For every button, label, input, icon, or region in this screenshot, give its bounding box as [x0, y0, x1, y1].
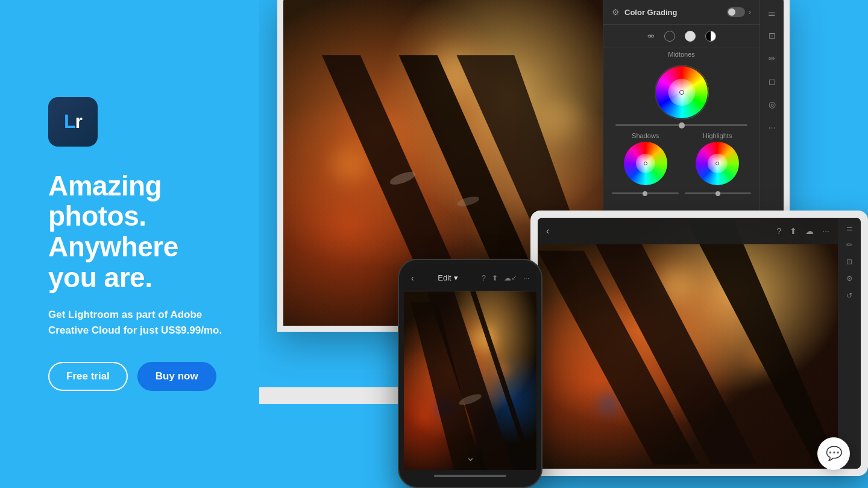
circle-icon-3 [705, 31, 716, 42]
tablet-bar-icon-3[interactable]: ⊡ [846, 258, 852, 266]
toolbar-eye-icon[interactable]: ◎ [766, 98, 779, 111]
phone-more-icon[interactable]: ··· [523, 274, 529, 282]
highlights-slider[interactable] [685, 192, 752, 194]
svg-point-1 [456, 195, 480, 208]
buy-now-button[interactable]: Buy now [137, 362, 216, 391]
toggle-chevron: › [749, 8, 751, 16]
tablet-back-button[interactable]: ‹ [546, 226, 549, 236]
phone-help-icon[interactable]: ? [482, 274, 486, 282]
toolbar-heal-icon[interactable]: ✏ [766, 52, 779, 65]
tablet-photo [538, 218, 838, 469]
tablet-share-icon[interactable]: ⬆ [790, 226, 797, 236]
linked-icon: ⚮ [647, 31, 655, 41]
midtones-slider-row [603, 122, 760, 128]
phone-photo: ⌄ [404, 291, 536, 470]
tablet-top-icons: ? ⬆ ☁ ··· [777, 226, 829, 236]
panel-title: Color Grading [624, 8, 677, 17]
panel-header: ⚙ Color Grading › [603, 0, 760, 25]
tablet-top-bar: ‹ ? ⬆ ☁ ··· [538, 218, 838, 244]
app-logo: Lr [48, 97, 98, 147]
shadows-highlights-labels: Shadows Highlights [603, 128, 760, 139]
midtones-wheel-container [603, 60, 760, 122]
home-indicator [434, 475, 506, 477]
tablet-cloud-icon[interactable]: ☁ [805, 226, 814, 236]
phone-device: ‹ Edit ▾ ? ⬆ ☁✓ ··· [398, 259, 542, 488]
main-headline: Amazing photos. Anywhere you are. [48, 171, 229, 293]
tablet-bar-icon-1[interactable]: ⚌ [846, 224, 853, 232]
chat-button[interactable]: 💬 [817, 437, 850, 470]
svg-point-0 [388, 170, 417, 188]
tablet-help-icon[interactable]: ? [777, 226, 782, 236]
highlights-dot [715, 162, 719, 165]
highlights-label: Highlights [693, 132, 741, 139]
phone-back-button[interactable]: ‹ [411, 273, 414, 283]
panel-icon: ⚙ [612, 7, 620, 17]
free-trial-button[interactable]: Free trial [48, 362, 128, 391]
panel-toggle[interactable]: › [727, 7, 751, 17]
highlights-wheel-wrapper [696, 142, 739, 185]
phone-bottom-bar [404, 470, 536, 482]
phone-screen: ‹ Edit ▾ ? ⬆ ☁✓ ··· [404, 265, 536, 482]
phone-top-icons: ? ⬆ ☁✓ ··· [482, 274, 529, 282]
tablet-bar-icon-4[interactable]: ⚙ [846, 274, 853, 283]
logo-text: Lr [64, 110, 82, 133]
color-wheel-dot [679, 90, 684, 95]
tablet-main: ‹ ? ⬆ ☁ ··· [538, 218, 838, 469]
toolbar-adjust-icon[interactable]: ⚌ [766, 6, 779, 19]
shadows-dot [644, 162, 647, 165]
midtones-wheel [655, 65, 709, 119]
phone-frame: ‹ Edit ▾ ? ⬆ ☁✓ ··· [398, 259, 542, 488]
tablet-device: ‹ ? ⬆ ☁ ··· ⚌ ✏ ⊡ ⚙ ↺ [530, 211, 868, 476]
tablet-more-icon[interactable]: ··· [822, 226, 829, 236]
sub-headline: Get Lightroom as part of Adobe Creative … [48, 307, 229, 338]
toggle-switch[interactable] [727, 7, 745, 17]
tablet-screen: ‹ ? ⬆ ☁ ··· ⚌ ✏ ⊡ ⚙ ↺ [538, 218, 861, 469]
phone-share-icon[interactable]: ⬆ [492, 274, 498, 282]
circle-icon-2 [685, 31, 696, 42]
toolbar-crop-icon[interactable]: ⊡ [766, 29, 779, 42]
shadows-wheel-wrapper [624, 142, 667, 185]
panel-icons-row: ⚮ [603, 25, 760, 48]
tablet-bar-icon-2[interactable]: ✏ [846, 241, 852, 249]
shadows-label: Shadows [621, 132, 670, 139]
small-sliders-row [603, 188, 760, 194]
midtones-label: Midtones [603, 48, 760, 60]
tablet-bar-icon-5[interactable]: ↺ [846, 291, 852, 300]
right-panel: ⚙ Color Grading › ⚮ Mi [259, 0, 868, 488]
tablet-frame: ‹ ? ⬆ ☁ ··· ⚌ ✏ ⊡ ⚙ ↺ [530, 211, 868, 476]
midtones-slider[interactable] [615, 124, 747, 126]
shadows-slider[interactable] [612, 192, 679, 194]
phone-edit-label: Edit ▾ [438, 273, 458, 282]
tablet-right-bar: ⚌ ✏ ⊡ ⚙ ↺ [838, 218, 861, 469]
left-panel: Lr Amazing photos. Anywhere you are. Get… [0, 0, 259, 488]
panel-title-row: ⚙ Color Grading [612, 7, 677, 17]
toolbar-mask-icon[interactable]: ◻ [766, 75, 779, 88]
toolbar-more-icon[interactable]: ··· [766, 121, 779, 134]
phone-top-bar: ‹ Edit ▾ ? ⬆ ☁✓ ··· [404, 265, 536, 291]
shadows-highlights-wheels [603, 139, 760, 188]
phone-cloud-icon[interactable]: ☁✓ [504, 274, 517, 282]
phone-down-chevron: ⌄ [466, 451, 475, 464]
cta-buttons: Free trial Buy now [48, 362, 229, 391]
chat-icon: 💬 [826, 446, 842, 461]
circle-icon-1 [664, 31, 675, 42]
